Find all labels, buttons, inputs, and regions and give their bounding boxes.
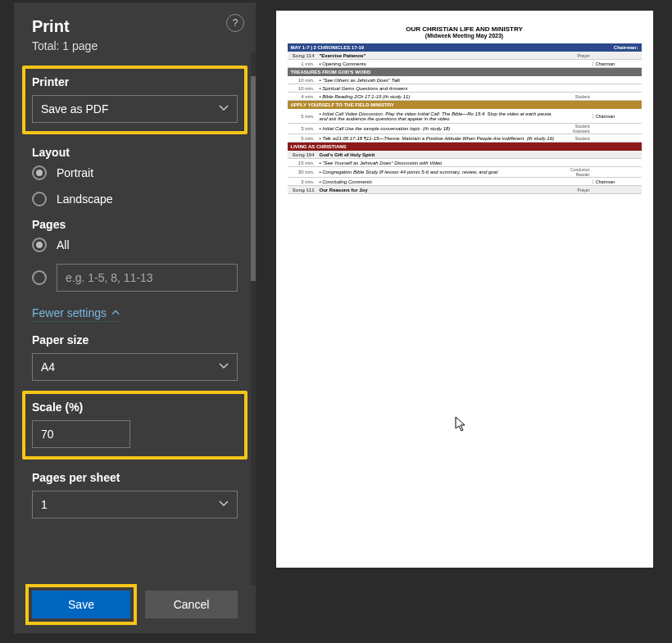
printer-value: Save as PDF (41, 102, 108, 115)
row-text: • Spiritual Gems Questions and Answers (317, 86, 555, 91)
row-role: Student: Assistant: (555, 124, 593, 134)
schedule-row: 3 min.• Concluding CommentsChairman (288, 178, 642, 186)
row-text: • Initial Call Video Discussion. Play th… (317, 111, 555, 121)
row-time: 10 min. (288, 78, 317, 83)
print-preview: OUR CHRISTIAN LIFE AND MINISTRY (Midweek… (261, 2, 668, 577)
cancel-button[interactable]: Cancel (145, 591, 238, 618)
pages-label: Pages (32, 218, 238, 231)
treasures-bar: TREASURES FROM GOD'S WORD (288, 68, 642, 76)
song-title: Our Reasons for Joy (317, 188, 555, 192)
scale-highlight: Scale (%) (22, 391, 247, 460)
row-text: • Congregation Bible Study lff lesson 44… (317, 170, 555, 174)
schedule-row: 4 min.• Bible Reading 2Ch 17:1-19 (th st… (288, 93, 642, 101)
chevron-up-icon (111, 309, 120, 317)
doc-subtitle: (Midweek Meeting May 2023) (288, 33, 642, 38)
printer-select[interactable]: Save as PDF (32, 95, 238, 123)
row-time: 15 min. (288, 161, 317, 165)
layout-landscape-label: Landscape (57, 192, 113, 206)
dialog-header: Print Total: 1 page ? (14, 2, 256, 61)
preview-page: OUR CHRISTIAN LIFE AND MINISTRY (Midweek… (276, 11, 653, 568)
chevron-down-icon (219, 498, 229, 511)
song-number: Song 104 (288, 152, 317, 157)
fewer-settings-label: Fewer settings (32, 306, 107, 319)
row-role: Student: (555, 136, 593, 141)
row-name: Chairman (593, 114, 642, 119)
paper-size-label: Paper size (32, 333, 238, 346)
pages-custom-option[interactable] (32, 264, 238, 292)
song-row: Song 111 Our Reasons for Joy Prayer: (288, 186, 642, 194)
row-role: Conductor: Reader: (555, 167, 593, 177)
pages-all-option[interactable]: All (32, 238, 238, 252)
radio-icon (32, 165, 47, 180)
row-text: • Bible Reading 2Ch 17:1-19 (th study 11… (317, 94, 555, 99)
schedule-row: 30 min.• Congregation Bible Study lff le… (288, 167, 642, 178)
chevron-down-icon (219, 360, 229, 374)
song-row: Song 104 God's Gift of Holy Spirit (288, 151, 642, 159)
doc-title: OUR CHRISTIAN LIFE AND MINISTRY (288, 25, 642, 33)
schedule-row: 5 min.• Initial Call Video Discussion. P… (288, 109, 642, 124)
radio-icon (32, 270, 47, 285)
dialog-footer: Save Cancel (14, 582, 256, 633)
save-button[interactable]: Save (32, 591, 130, 618)
row-time: 1 min. (288, 61, 317, 66)
row-role: Student: (555, 94, 593, 99)
fewer-settings-toggle[interactable]: Fewer settings (32, 306, 120, 322)
row-text: • "See Others as Jehovah Does" Talk (317, 78, 555, 83)
row-time: 5 min. (288, 114, 317, 119)
song-title: God's Gift of Holy Spirit (317, 152, 555, 157)
pages-per-sheet-value: 1 (41, 498, 48, 511)
row-text: • Talk w21.05 17-18 ¶11-15—Theme: Mainta… (317, 136, 555, 141)
schedule-row: 3 min.• Initial Call Use the sample conv… (288, 124, 642, 134)
scale-label: Scale (%) (32, 401, 238, 414)
prayer-label: Prayer: (555, 188, 593, 192)
paper-size-value: A4 (41, 360, 55, 374)
row-text: • Initial Call Use the sample conversati… (317, 126, 555, 131)
row-time: 10 min. (288, 86, 317, 91)
dialog-title: Print (32, 17, 238, 36)
printer-highlight: Printer Save as PDF (22, 66, 247, 134)
chairman-label: Chairman: (614, 45, 638, 50)
row-time: 30 min. (288, 170, 317, 174)
radio-icon (32, 238, 47, 252)
dialog-subtitle: Total: 1 page (32, 39, 238, 52)
schedule-row: 15 min.• "See Yourself as Jehovah Does" … (288, 159, 642, 167)
layout-portrait-label: Portrait (57, 166, 93, 179)
layout-portrait-option[interactable]: Portrait (32, 165, 238, 180)
week-bar-text: MAY 1-7 | 2 CHRONICLES 17-19 (291, 45, 365, 50)
song-row: Song 114 "Exercise Patience" Prayer: (288, 52, 642, 60)
week-bar: MAY 1-7 | 2 CHRONICLES 17-19 Chairman: (288, 43, 642, 52)
layout-landscape-option[interactable]: Landscape (32, 192, 238, 206)
schedule-row: 10 min.• Spiritual Gems Questions and An… (288, 84, 642, 93)
song-number: Song 114 (288, 53, 317, 58)
living-bar: LIVING AS CHRISTIANS (288, 143, 642, 151)
apply-bar: APPLY YOURSELF TO THE FIELD MINISTRY (288, 101, 642, 109)
pages-per-sheet-label: Pages per sheet (32, 471, 238, 484)
layout-label: Layout (32, 146, 238, 159)
scrollbar-thumb[interactable] (251, 76, 256, 281)
chevron-down-icon (219, 102, 229, 115)
row-text: • Concluding Comments (317, 179, 555, 184)
scrollbar[interactable] (251, 52, 256, 586)
row-time: 5 min. (288, 136, 317, 141)
pages-range-input[interactable] (57, 264, 238, 292)
song-number: Song 111 (288, 188, 317, 192)
printer-label: Printer (32, 75, 238, 88)
row-text: • "See Yourself as Jehovah Does" Discuss… (317, 161, 555, 165)
song-title: "Exercise Patience" (317, 53, 555, 58)
prayer-label: Prayer: (555, 53, 593, 58)
paper-size-select[interactable]: A4 (32, 353, 238, 381)
schedule-row: 10 min.• "See Others as Jehovah Does" Ta… (288, 76, 642, 84)
row-time: 4 min. (288, 94, 317, 99)
row-time: 3 min. (288, 126, 317, 131)
save-highlight: Save (25, 584, 137, 625)
help-button[interactable]: ? (226, 14, 244, 32)
pages-per-sheet-select[interactable]: 1 (32, 491, 238, 518)
schedule-row: 5 min.• Talk w21.05 17-18 ¶11-15—Theme: … (288, 134, 642, 143)
row-name: Chairman (593, 61, 642, 66)
pages-all-label: All (57, 238, 70, 251)
dialog-body: Printer Save as PDF Layout Portrait Land… (14, 61, 256, 582)
scale-input[interactable] (32, 420, 130, 448)
row-name: Chairman (593, 179, 642, 184)
opening-row: 1 min. • Opening Comments Chairman (288, 60, 642, 68)
radio-icon (32, 192, 47, 206)
